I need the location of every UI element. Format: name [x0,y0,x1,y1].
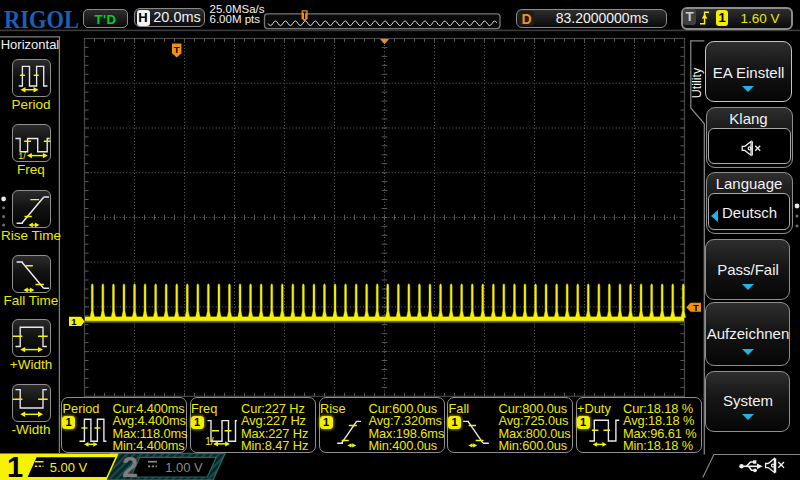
svg-text:2: 2 [122,451,138,480]
svg-text:5.00 V: 5.00 V [50,460,88,475]
svg-text:1.00 V: 1.00 V [165,460,203,475]
svg-text:1: 1 [7,451,23,480]
svg-text:T: T [174,44,180,55]
svg-text:1: 1 [71,316,77,327]
svg-text:T: T [693,302,699,313]
